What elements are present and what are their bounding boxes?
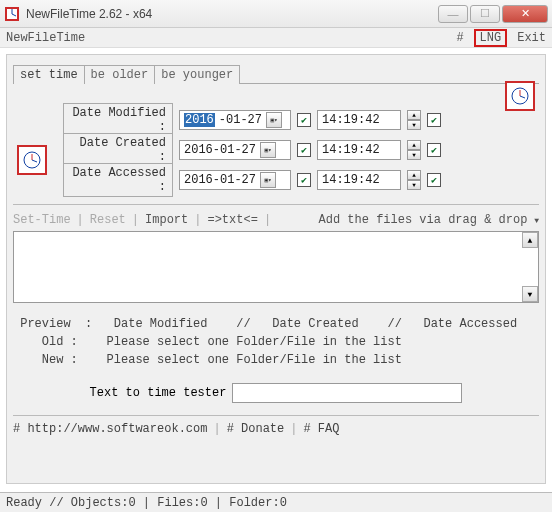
preview-header: Preview : Date Modified // Date Created … [13,317,539,335]
date-rows: Date Modified : 2016-01-27 ▣▾ ✔ 14:19:42… [13,106,539,194]
preview-old: Old : Please select one Folder/File in t… [13,335,539,353]
scroll-down-button[interactable]: ▼ [522,286,538,302]
spin-up-icon[interactable]: ▲ [407,140,421,150]
hash-menu[interactable]: # [456,31,463,45]
titlebar: NewFileTime 2.62 - x64 — ☐ ✕ [0,0,552,28]
time-modified-spinner[interactable]: ▲ ▼ [407,110,421,130]
app-name-label[interactable]: NewFileTime [6,31,85,45]
spin-down-icon[interactable]: ▼ [407,150,421,160]
main-panel: set time be older be younger Date Modifi… [6,54,546,484]
time-tester-row: Text to time tester [13,383,539,403]
app-icon [4,6,20,22]
date-created-picker[interactable]: ▣▾ [260,142,276,158]
date-modified-rest: -01-27 [219,113,262,127]
spin-up-icon[interactable]: ▲ [407,110,421,120]
tab-be-older[interactable]: be older [84,65,156,84]
time-created-field[interactable]: 14:19:42 [317,140,401,160]
drag-drop-button[interactable]: Add the files via drag & drop ▼ [319,213,539,227]
label-accessed: Date Accessed : [63,163,173,197]
scroll-up-button[interactable]: ▲ [522,232,538,248]
time-accessed-checkbox[interactable]: ✔ [427,173,441,187]
txt-export-button[interactable]: =>txt<= [207,213,257,227]
donate-link[interactable]: # Donate [227,422,285,436]
time-created-value: 14:19:42 [322,143,380,157]
import-button[interactable]: Import [145,213,188,227]
time-accessed-spinner[interactable]: ▲ ▼ [407,170,421,190]
set-time-button: Set-Time [13,213,71,227]
date-created-value: 2016-01-27 [184,143,256,157]
date-accessed-checkbox[interactable]: ✔ [297,173,311,187]
spin-up-icon[interactable]: ▲ [407,170,421,180]
date-modified-picker[interactable]: ▣▾ [266,112,282,128]
chevron-down-icon: ▼ [529,216,539,225]
time-created-checkbox[interactable]: ✔ [427,143,441,157]
statusbar: Ready // Objects:0 | Files:0 | Folder:0 [0,492,552,512]
action-toolbar: Set-Time | Reset | Import | =>txt<= | Ad… [13,209,539,231]
date-modified-year: 2016 [184,113,215,127]
time-tester-label: Text to time tester [90,386,227,400]
maximize-button[interactable]: ☐ [470,5,500,23]
row-created: Date Created : 2016-01-27 ▣▾ ✔ 14:19:42 … [13,136,539,164]
time-tester-input[interactable] [232,383,462,403]
date-accessed-field[interactable]: 2016-01-27 ▣▾ [179,170,291,190]
menubar: NewFileTime # LNG Exit [0,28,552,48]
label-modified: Date Modified : [63,103,173,137]
preview-new: New : Please select one Folder/File in t… [13,353,539,371]
site-link[interactable]: # http://www.softwareok.com [13,422,207,436]
date-created-field[interactable]: 2016-01-27 ▣▾ [179,140,291,160]
label-created: Date Created : [63,133,173,167]
status-text: Ready // Objects:0 | Files:0 | Folder:0 [6,496,287,510]
reset-button: Reset [90,213,126,227]
spin-down-icon[interactable]: ▼ [407,120,421,130]
exit-menu[interactable]: Exit [517,31,546,45]
tab-be-younger[interactable]: be younger [154,65,240,84]
spin-down-icon[interactable]: ▼ [407,180,421,190]
time-modified-field[interactable]: 14:19:42 [317,110,401,130]
time-accessed-value: 14:19:42 [322,173,380,187]
date-accessed-value: 2016-01-27 [184,173,256,187]
date-modified-field[interactable]: 2016-01-27 ▣▾ [179,110,291,130]
time-accessed-field[interactable]: 14:19:42 [317,170,401,190]
tab-set-time[interactable]: set time [13,65,85,84]
row-modified: Date Modified : 2016-01-27 ▣▾ ✔ 14:19:42… [13,106,539,134]
minimize-button[interactable]: — [438,5,468,23]
time-modified-value: 14:19:42 [322,113,380,127]
window-title: NewFileTime 2.62 - x64 [26,7,438,21]
bottom-links: # http://www.softwareok.com | # Donate |… [13,415,539,436]
time-modified-checkbox[interactable]: ✔ [427,113,441,127]
lng-menu[interactable]: LNG [474,29,508,47]
tab-strip: set time be older be younger [13,65,539,84]
row-accessed: Date Accessed : 2016-01-27 ▣▾ ✔ 14:19:42… [13,166,539,194]
close-button[interactable]: ✕ [502,5,548,23]
date-accessed-picker[interactable]: ▣▾ [260,172,276,188]
time-created-spinner[interactable]: ▲ ▼ [407,140,421,160]
faq-link[interactable]: # FAQ [303,422,339,436]
date-modified-checkbox[interactable]: ✔ [297,113,311,127]
date-created-checkbox[interactable]: ✔ [297,143,311,157]
preview-panel: Preview : Date Modified // Date Created … [13,317,539,371]
file-list[interactable]: ▲ ▼ [13,231,539,303]
